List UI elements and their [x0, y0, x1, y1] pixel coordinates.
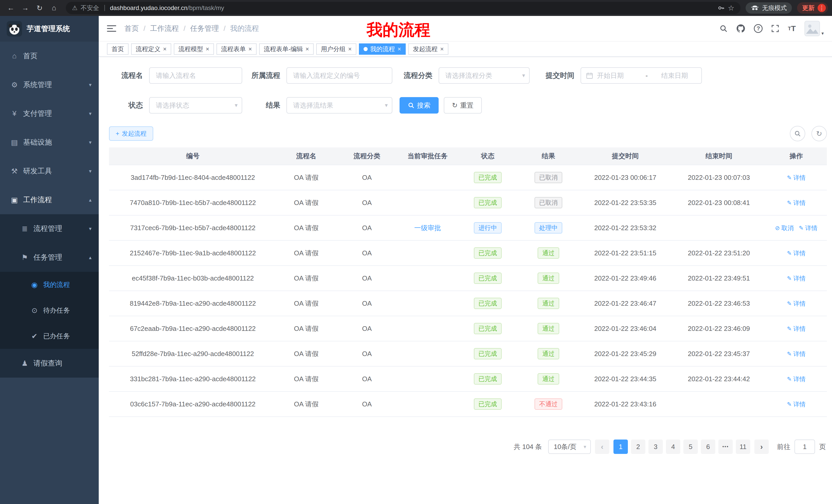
- cancel-action-link[interactable]: ⊘取消: [775, 224, 794, 232]
- column-header: 编号: [109, 147, 277, 165]
- sidebar-item-system[interactable]: ⚙系统管理▾: [0, 71, 99, 99]
- close-icon[interactable]: ×: [163, 46, 166, 52]
- back-button[interactable]: ←: [4, 2, 18, 14]
- breadcrumb-item[interactable]: 首页: [125, 24, 139, 33]
- detail-action-link[interactable]: ✎详情: [787, 174, 806, 182]
- goto-page-input[interactable]: [795, 440, 815, 454]
- close-icon[interactable]: ×: [249, 46, 252, 52]
- reset-button[interactable]: ↻ 重置: [444, 97, 482, 114]
- start-date-placeholder[interactable]: 开始日期: [596, 71, 641, 80]
- chevron-up-icon: ▴: [89, 197, 92, 203]
- sidebar-item-infrastructure[interactable]: ▤基础设施▾: [0, 128, 99, 157]
- cell-status: 已完成: [457, 366, 518, 391]
- prev-page-button[interactable]: ‹: [595, 440, 609, 454]
- detail-action-link[interactable]: ✎详情: [787, 300, 806, 308]
- breadcrumb-item[interactable]: 任务管理: [190, 24, 219, 33]
- detail-action-link[interactable]: ✎详情: [799, 224, 817, 232]
- sidebar-item-process-management[interactable]: ≣流程管理▾: [0, 214, 99, 243]
- tab-user-group[interactable]: 用户分组×: [316, 44, 356, 55]
- pagination-more-button[interactable]: •••: [718, 440, 733, 454]
- browser-menu-icon[interactable]: ⋮: [817, 4, 826, 12]
- page-button[interactable]: 11: [736, 440, 750, 454]
- page-button[interactable]: 6: [701, 440, 715, 454]
- sidebar-item-my-process[interactable]: ◉我的流程: [0, 272, 99, 298]
- todo-icon: ⊙: [30, 306, 38, 315]
- sidebar-item-task-management[interactable]: ⚑任务管理▴: [0, 243, 99, 272]
- submit-time-range-picker[interactable]: 开始日期 - 结束日期: [580, 67, 702, 84]
- close-icon[interactable]: ×: [348, 46, 352, 52]
- detail-action-link[interactable]: ✎详情: [787, 325, 806, 333]
- table-body: 3ad174fb-7b9d-11ec-8404-acde48001122OA 请…: [109, 165, 827, 417]
- sidebar-item-home[interactable]: ⌂首页: [0, 41, 99, 71]
- page-button[interactable]: 3: [648, 440, 663, 454]
- hamburger-icon[interactable]: [107, 25, 116, 32]
- result-select[interactable]: [286, 97, 392, 114]
- detail-action-link[interactable]: ✎详情: [787, 350, 806, 358]
- tab-process-model[interactable]: 流程模型×: [174, 44, 214, 55]
- update-button[interactable]: 更新 ⋮: [797, 2, 828, 13]
- tab-start-process[interactable]: 发起流程×: [408, 44, 448, 55]
- detail-action-link[interactable]: ✎详情: [787, 375, 806, 383]
- key-icon[interactable]: [718, 4, 725, 11]
- refresh-table-button[interactable]: ↻: [811, 126, 827, 141]
- page-size-select[interactable]: 10条/页 ▾: [548, 440, 591, 454]
- address-bar[interactable]: ⚠ 不安全 dashboard.yudao.iocoder.cn/bpm/tas…: [66, 2, 740, 14]
- next-page-button[interactable]: ›: [754, 440, 769, 454]
- tab-process-form-edit[interactable]: 流程表单-编辑×: [259, 44, 314, 55]
- cell-status: 进行中: [457, 215, 518, 241]
- tab-process-definition[interactable]: 流程定义×: [131, 44, 171, 55]
- sidebar-item-label: 流程管理: [33, 224, 62, 233]
- cell-result: 不通过: [518, 391, 578, 417]
- close-icon[interactable]: ×: [397, 46, 401, 52]
- detail-action-link[interactable]: ✎详情: [787, 400, 806, 409]
- github-icon[interactable]: [736, 24, 745, 33]
- page-button[interactable]: 5: [683, 440, 698, 454]
- breadcrumb-item[interactable]: 工作流程: [150, 24, 179, 33]
- font-size-icon[interactable]: TT: [788, 24, 796, 33]
- avatar[interactable]: ▾: [805, 21, 824, 36]
- page-button[interactable]: 4: [666, 440, 680, 454]
- page-button[interactable]: 2: [631, 440, 645, 454]
- done-icon: ✔: [30, 332, 38, 340]
- close-icon[interactable]: ×: [206, 46, 209, 52]
- close-icon[interactable]: ×: [440, 46, 444, 52]
- page-button[interactable]: 1: [614, 440, 628, 454]
- fullscreen-icon[interactable]: [771, 25, 779, 32]
- toggle-search-button[interactable]: [790, 126, 805, 141]
- search-button[interactable]: 搜索: [399, 97, 439, 114]
- process-name-input[interactable]: [149, 67, 242, 84]
- start-process-button[interactable]: + 发起流程: [109, 127, 153, 141]
- help-icon[interactable]: ?: [754, 24, 762, 33]
- sidebar-item-devtools[interactable]: ⚒研发工具▾: [0, 157, 99, 186]
- status-select[interactable]: [149, 97, 242, 114]
- sidebar-item-done-task[interactable]: ✔已办任务: [0, 323, 99, 349]
- detail-action-link[interactable]: ✎详情: [787, 199, 806, 207]
- result-badge: 通过: [538, 373, 559, 385]
- cell-submit-time: 2022-01-22 23:43:16: [578, 391, 672, 417]
- tab-home[interactable]: 首页: [107, 44, 129, 55]
- table-row: 2152467e-7b9b-11ec-9a1b-acde48001122OA 请…: [109, 241, 827, 265]
- date-range-separator: -: [644, 72, 650, 80]
- process-definition-input[interactable]: [286, 67, 392, 84]
- sidebar-item-payment[interactable]: ¥支付管理▾: [0, 99, 99, 128]
- cell-category: OA: [336, 341, 398, 366]
- process-category-select[interactable]: [439, 67, 530, 84]
- bookmark-star-icon[interactable]: ☆: [728, 4, 734, 12]
- detail-action-link[interactable]: ✎详情: [787, 274, 806, 283]
- detail-action-link[interactable]: ✎详情: [787, 249, 806, 257]
- cell-process-name: OA 请假: [277, 165, 336, 190]
- column-header: 结果: [518, 147, 578, 165]
- sidebar-item-todo-task[interactable]: ⊙待办任务: [0, 298, 99, 323]
- tab-process-form[interactable]: 流程表单×: [216, 44, 257, 55]
- forward-button[interactable]: →: [19, 2, 32, 14]
- end-date-placeholder[interactable]: 结束日期: [653, 71, 696, 80]
- sidebar-item-leave-query[interactable]: ♟请假查询: [0, 349, 99, 377]
- chevron-down-icon: ▾: [89, 82, 92, 88]
- reload-button[interactable]: ↻: [33, 2, 46, 14]
- sidebar-item-workflow[interactable]: ▣工作流程▴: [0, 186, 99, 214]
- search-icon[interactable]: [719, 24, 728, 33]
- tab-my-process[interactable]: 我的流程×: [359, 44, 406, 55]
- current-task-link[interactable]: 一级审批: [414, 224, 441, 232]
- browser-home-button[interactable]: ⌂: [47, 2, 61, 14]
- close-icon[interactable]: ×: [306, 46, 309, 52]
